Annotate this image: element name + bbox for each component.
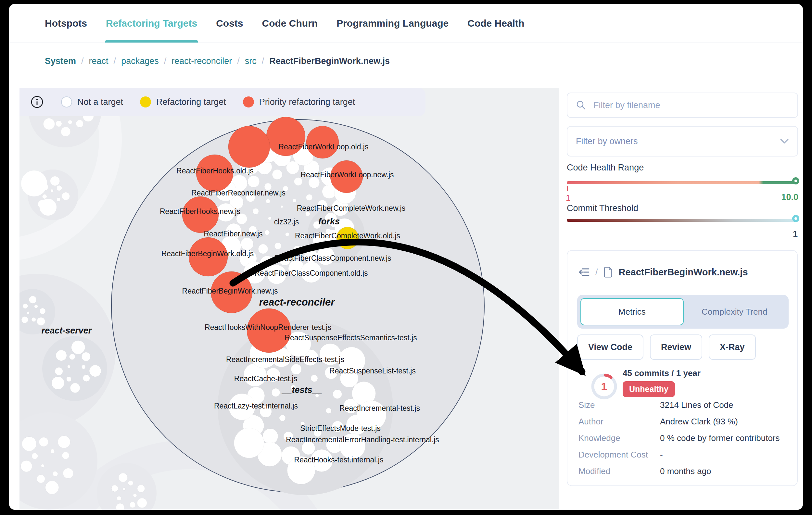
owners-filter-placeholder: Filter by owners bbox=[576, 137, 638, 147]
code-health-range-slider[interactable] bbox=[567, 181, 798, 184]
bubble-chart-svg[interactable]: ReactFiberWorkLoop.old.jsReactFiberWorkL… bbox=[20, 88, 559, 510]
legend-label: Refactoring target bbox=[156, 97, 226, 107]
file-bubble-unlabeled bbox=[70, 383, 80, 393]
commits-summary: 45 commits / 1 year bbox=[622, 368, 701, 378]
tab-costs[interactable]: Costs bbox=[216, 4, 243, 42]
legend-item-refactoring-target: Refactoring target bbox=[140, 96, 226, 108]
file-label-reactfibercompletework-new-js: ReactFiberCompleteWork.new.js bbox=[297, 204, 405, 212]
breadcrumb-system[interactable]: System bbox=[45, 56, 76, 66]
file-bubble-unlabeled bbox=[23, 304, 28, 309]
tab-hotspots[interactable]: Hotspots bbox=[45, 4, 87, 42]
file-bubble-unlabeled bbox=[266, 199, 270, 203]
code-health-range-handle[interactable] bbox=[792, 177, 799, 184]
file-label-reactfiberworkloop-old-js: ReactFiberWorkLoop.old.js bbox=[279, 143, 369, 151]
x-ray-button[interactable]: X-Ray bbox=[709, 334, 756, 360]
file-bubble-unlabeled bbox=[56, 350, 66, 361]
file-bubble-unlabeled bbox=[58, 436, 70, 448]
detail-row-development-cost: Development Cost- bbox=[578, 447, 787, 463]
file-label-reactincrementalsideeffects-test-js: ReactIncrementalSideEffects-test.js bbox=[226, 355, 344, 364]
detail-value: - bbox=[660, 450, 787, 460]
breadcrumb-separator: / bbox=[237, 56, 240, 66]
commit-threshold-handle[interactable] bbox=[792, 215, 799, 222]
file-label-reactfiberclasscomponent-new-js: ReactFiberClassComponent.new.js bbox=[274, 254, 391, 262]
file-card-title: ReactFiberBeginWork.new.js bbox=[619, 267, 748, 278]
tab-code-churn[interactable]: Code Churn bbox=[262, 4, 318, 42]
file-label-reactfiber-new-js: ReactFiber.new.js bbox=[204, 230, 263, 238]
file-bubble-unlabeled bbox=[272, 170, 282, 180]
file-label-reactcache-test-js: ReactCache-test.js bbox=[234, 374, 297, 383]
file-label-reactincremental-test-js: ReactIncremental-test.js bbox=[340, 404, 420, 413]
file-bubble-unlabeled bbox=[306, 194, 313, 200]
package-label-tests: __tests__ bbox=[281, 385, 322, 395]
file-bubble-unlabeled bbox=[326, 408, 331, 414]
package-label-forks: forks bbox=[318, 217, 340, 226]
breadcrumb-packages[interactable]: packages bbox=[121, 56, 159, 66]
file-bubble-unlabeled bbox=[116, 503, 124, 510]
tab-refactoring-targets[interactable]: Refactoring Targets bbox=[106, 4, 197, 42]
file-bubble-unlabeled bbox=[63, 468, 74, 479]
commit-threshold-slider[interactable] bbox=[567, 219, 798, 222]
chevron-down-icon bbox=[780, 138, 789, 144]
file-label-reactfiberbeginwork-old-js: ReactFiberBeginWork.old.js bbox=[162, 249, 254, 258]
breadcrumb-src[interactable]: src bbox=[245, 56, 257, 66]
file-bubble-unlabeled bbox=[69, 354, 75, 360]
detail-value: 0 % code by former contributors bbox=[660, 433, 787, 443]
owners-filter-select[interactable]: Filter by owners bbox=[567, 126, 798, 156]
file-bubble-unlabeled bbox=[71, 341, 85, 354]
file-bubble-unlabeled bbox=[234, 428, 264, 458]
status-badge: Unhealthy bbox=[622, 381, 675, 397]
tab-complexity-trend[interactable]: Complexity Trend bbox=[684, 298, 786, 325]
detail-value: 0 months ago bbox=[660, 466, 787, 476]
card-separator: / bbox=[596, 267, 598, 277]
file-bubble-unlabeled bbox=[50, 449, 54, 453]
legend-items: Not a targetRefactoring targetPriority r… bbox=[61, 96, 355, 108]
detail-label: Modified bbox=[578, 466, 660, 476]
detail-value: Andrew Clark (93 %) bbox=[660, 417, 787, 427]
detail-row-modified: Modified0 months ago bbox=[578, 463, 787, 480]
file-label-reactfiberworkloop-new-js: ReactFiberWorkLoop.new.js bbox=[300, 171, 394, 179]
commit-threshold-value: 1 bbox=[793, 229, 798, 239]
file-label-reactfiberhooks-old-js: ReactFiberHooks.old.js bbox=[176, 166, 254, 175]
tab-metrics[interactable]: Metrics bbox=[580, 298, 684, 325]
chart-legend: Not a targetRefactoring targetPriority r… bbox=[20, 88, 426, 116]
detail-label: Development Cost bbox=[578, 450, 660, 460]
package-label-react-server: react-server bbox=[41, 326, 92, 335]
info-icon[interactable] bbox=[30, 95, 44, 109]
breadcrumb-react[interactable]: react bbox=[89, 56, 109, 66]
package-label-react-reconciler: react-reconciler bbox=[259, 297, 336, 308]
file-label-reactlazy-test-internal-js: ReactLazy-test.internal.js bbox=[214, 402, 298, 410]
file-label-reacthookswithnooprenderer-test-js: ReactHooksWithNoopRenderer-test.js bbox=[205, 323, 331, 332]
code-health-min-value: 1 bbox=[566, 193, 570, 203]
file-bubble-unlabeled bbox=[22, 437, 36, 451]
file-bubble-unlabeled bbox=[46, 481, 59, 494]
review-button[interactable]: Review bbox=[650, 334, 702, 360]
file-label-reactfiberclasscomponent-old-js: ReactFiberClassComponent.old.js bbox=[255, 269, 368, 277]
commit-threshold-label: Commit Threshold bbox=[567, 203, 638, 213]
filename-filter bbox=[567, 93, 798, 118]
file-details-card: / ReactFiberBeginWork.new.js MetricsComp… bbox=[567, 250, 798, 486]
file-label-reactfiberbeginwork-new-js: ReactFiberBeginWork.new.js bbox=[182, 287, 278, 295]
breadcrumb-react-reconciler[interactable]: react-reconciler bbox=[172, 56, 232, 66]
file-bubble-item[interactable] bbox=[306, 126, 339, 158]
file-bubble-unlabeled bbox=[89, 365, 101, 377]
file-bubble-unlabeled bbox=[258, 244, 268, 254]
file-bubble-unlabeled bbox=[43, 118, 55, 129]
refactoring-bubble-chart[interactable]: ReactFiberWorkLoop.old.jsReactFiberWorkL… bbox=[20, 88, 559, 510]
details-panel: Filter by owners Code Health Range 1 10.… bbox=[559, 88, 803, 510]
view-code-button[interactable]: View Code bbox=[577, 334, 643, 360]
back-to-list-icon[interactable] bbox=[578, 267, 590, 278]
tab-programming-language[interactable]: Programming Language bbox=[337, 4, 448, 42]
file-bubble-unlabeled bbox=[66, 377, 71, 382]
file-bubble-unlabeled bbox=[68, 120, 72, 124]
filename-filter-input[interactable] bbox=[593, 100, 789, 111]
file-bubble-unlabeled bbox=[62, 452, 69, 459]
file-bubble-unlabeled bbox=[37, 317, 45, 325]
file-bubble-item[interactable] bbox=[228, 126, 270, 168]
file-label-reactfibercompletework-old-js: ReactFiberCompleteWork.old.js bbox=[295, 232, 400, 240]
screenshot-frame: HotspotsRefactoring TargetsCostsCode Chu… bbox=[0, 0, 812, 515]
legend-item-not-a-target: Not a target bbox=[61, 96, 123, 108]
tab-code-health[interactable]: Code Health bbox=[467, 4, 524, 42]
app-window: HotspotsRefactoring TargetsCostsCode Chu… bbox=[9, 4, 803, 510]
file-label-reactincrementalerrorhandling-test-internal-js: ReactIncrementalErrorHandling-test.inter… bbox=[286, 435, 439, 444]
breadcrumb-separator: / bbox=[114, 56, 116, 66]
